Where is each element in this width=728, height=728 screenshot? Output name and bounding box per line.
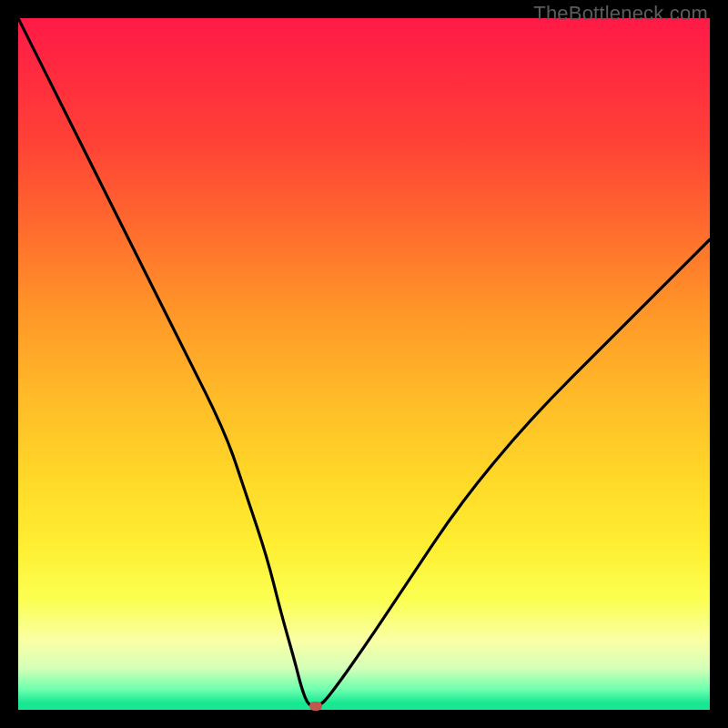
bottleneck-curve [18,18,710,710]
plot-area [18,18,710,710]
chart-frame: TheBottleneck.com [0,0,728,728]
minimum-marker [309,702,322,711]
attribution-text: TheBottleneck.com [533,2,708,25]
